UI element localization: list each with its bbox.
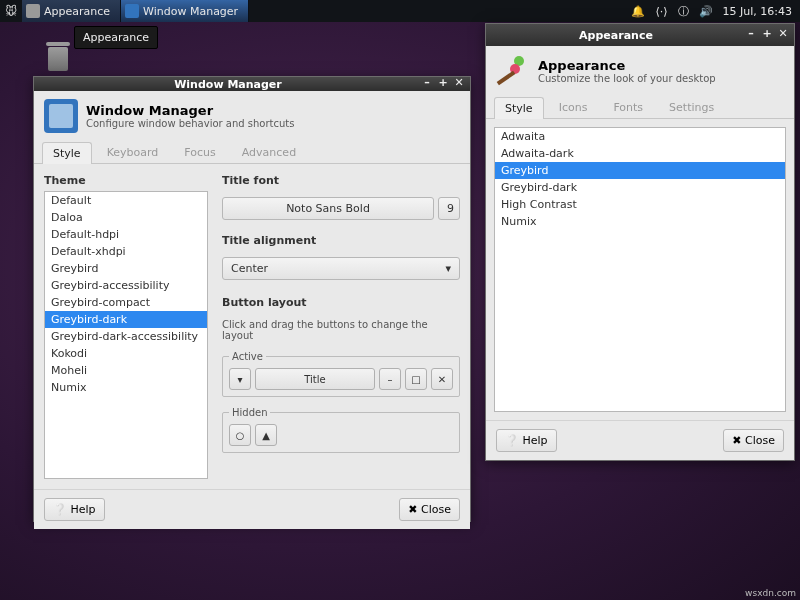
- active-legend: Active: [229, 351, 266, 362]
- taskbar-app-window-manager[interactable]: Window Manager: [121, 0, 249, 22]
- header-subtitle: Customize the look of your desktop: [538, 73, 716, 84]
- help-button[interactable]: ❔ Help: [496, 429, 557, 452]
- taskbar-label: Appearance: [44, 5, 110, 18]
- style-item[interactable]: Adwaita: [495, 128, 785, 145]
- tab-icons[interactable]: Icons: [548, 96, 599, 118]
- clock[interactable]: 15 Jul, 16:43: [723, 5, 792, 18]
- help-button[interactable]: ❔ Help: [44, 498, 105, 521]
- taskbar-app-appearance[interactable]: Appearance: [22, 0, 121, 22]
- wm-button-stick[interactable]: ▲: [255, 424, 277, 446]
- app-icon-appearance: [26, 4, 40, 18]
- minimize-button[interactable]: –: [744, 28, 758, 42]
- theme-item[interactable]: Kokodi: [45, 345, 207, 362]
- theme-item[interactable]: Greybird-accessibility: [45, 277, 207, 294]
- close-button[interactable]: ✕: [452, 77, 466, 91]
- buttonlayout-hint: Click and drag the buttons to change the…: [222, 319, 460, 341]
- appr-footer: ❔ Help ✖ Close: [486, 420, 794, 460]
- tab-style[interactable]: Style: [494, 97, 544, 119]
- watermark: wsxdn.com: [745, 588, 796, 598]
- style-item[interactable]: Greybird-dark: [495, 179, 785, 196]
- titlealign-label: Title alignment: [222, 234, 460, 247]
- style-item[interactable]: Greybird: [495, 162, 785, 179]
- taskbar-label: Window Manager: [143, 5, 238, 18]
- wm-button-maximize[interactable]: □: [405, 368, 427, 390]
- bell-icon[interactable]: 🔔: [631, 5, 645, 18]
- titlealign-select[interactable]: Center ▾: [222, 257, 460, 280]
- tab-fonts[interactable]: Fonts: [602, 96, 654, 118]
- titlefont-button[interactable]: Noto Sans Bold: [222, 197, 434, 220]
- tab-settings[interactable]: Settings: [658, 96, 725, 118]
- theme-item[interactable]: Default: [45, 192, 207, 209]
- theme-item[interactable]: Greybird-compact: [45, 294, 207, 311]
- style-list[interactable]: AdwaitaAdwaita-darkGreybirdGreybird-dark…: [494, 127, 786, 412]
- appr-tabs: Style Icons Fonts Settings: [486, 96, 794, 119]
- appearance-window: Appearance – + ✕ Appearance Customize th…: [485, 23, 795, 461]
- tab-style[interactable]: Style: [42, 142, 92, 164]
- wm-button-menu[interactable]: ▾: [229, 368, 251, 390]
- titlefont-label: Title font: [222, 174, 460, 187]
- close-button[interactable]: ✖ Close: [399, 498, 460, 521]
- titlefont-size[interactable]: 9: [438, 197, 460, 220]
- volume-icon[interactable]: 🔊: [699, 5, 713, 18]
- theme-item[interactable]: Moheli: [45, 362, 207, 379]
- header-title: Appearance: [538, 58, 716, 73]
- maximize-button[interactable]: +: [760, 28, 774, 42]
- theme-item[interactable]: Numix: [45, 379, 207, 396]
- wm-button-shade[interactable]: ○: [229, 424, 251, 446]
- titlebar[interactable]: Window Manager – + ✕: [34, 77, 470, 91]
- header-title: Window Manager: [86, 103, 295, 118]
- hidden-legend: Hidden: [229, 407, 270, 418]
- appearance-icon: [496, 54, 530, 88]
- theme-item[interactable]: Default-xhdpi: [45, 243, 207, 260]
- tab-advanced[interactable]: Advanced: [231, 141, 307, 163]
- style-item[interactable]: Numix: [495, 213, 785, 230]
- theme-list[interactable]: DefaultDaloaDefault-hdpiDefault-xhdpiGre…: [44, 191, 208, 479]
- wm-button-minimize[interactable]: –: [379, 368, 401, 390]
- maximize-button[interactable]: +: [436, 77, 450, 91]
- minimize-button[interactable]: –: [420, 77, 434, 91]
- top-panel: 🐭 Appearance Window Manager 🔔 ⟨·⟩ ⓘ 🔊 15…: [0, 0, 800, 22]
- window-title: Appearance: [490, 29, 742, 42]
- wm-button-title[interactable]: Title: [255, 368, 375, 390]
- style-item[interactable]: Adwaita-dark: [495, 145, 785, 162]
- tab-focus[interactable]: Focus: [173, 141, 226, 163]
- wm-tabs: Style Keyboard Focus Advanced: [34, 141, 470, 164]
- titlebar[interactable]: Appearance – + ✕: [486, 24, 794, 46]
- hidden-buttons-group: Hidden ○ ▲: [222, 407, 460, 453]
- window-manager-window: Window Manager – + ✕ Window Manager Conf…: [33, 76, 471, 522]
- header-subtitle: Configure window behavior and shortcuts: [86, 118, 295, 129]
- wm-button-close[interactable]: ✕: [431, 368, 453, 390]
- style-item[interactable]: High Contrast: [495, 196, 785, 213]
- chevron-down-icon: ▾: [445, 262, 451, 275]
- info-icon[interactable]: ⓘ: [678, 4, 689, 19]
- window-title: Window Manager: [38, 78, 418, 91]
- network-icon[interactable]: ⟨·⟩: [655, 5, 667, 18]
- system-tray: 🔔 ⟨·⟩ ⓘ 🔊 15 Jul, 16:43: [631, 4, 800, 19]
- theme-item[interactable]: Daloa: [45, 209, 207, 226]
- buttonlayout-label: Button layout: [222, 296, 460, 309]
- theme-item[interactable]: Greybird-dark-accessibility: [45, 328, 207, 345]
- close-button[interactable]: ✖ Close: [723, 429, 784, 452]
- theme-label: Theme: [44, 174, 208, 187]
- wm-footer: ❔ Help ✖ Close: [34, 489, 470, 529]
- theme-item[interactable]: Greybird-dark: [45, 311, 207, 328]
- desktop: 🐭 Appearance Window Manager 🔔 ⟨·⟩ ⓘ 🔊 15…: [0, 0, 800, 600]
- window-header: Window Manager Configure window behavior…: [34, 91, 470, 141]
- active-buttons-group: Active ▾ Title – □ ✕: [222, 351, 460, 397]
- close-button[interactable]: ✕: [776, 28, 790, 42]
- theme-item[interactable]: Greybird: [45, 260, 207, 277]
- app-icon-window-manager: [125, 4, 139, 18]
- theme-item[interactable]: Default-hdpi: [45, 226, 207, 243]
- window-manager-icon: [44, 99, 78, 133]
- whisker-menu-icon[interactable]: 🐭: [0, 0, 22, 22]
- window-header: Appearance Customize the look of your de…: [486, 46, 794, 96]
- trash-icon[interactable]: [44, 42, 72, 74]
- tab-keyboard[interactable]: Keyboard: [96, 141, 170, 163]
- taskbar-tooltip: Appearance: [74, 26, 158, 49]
